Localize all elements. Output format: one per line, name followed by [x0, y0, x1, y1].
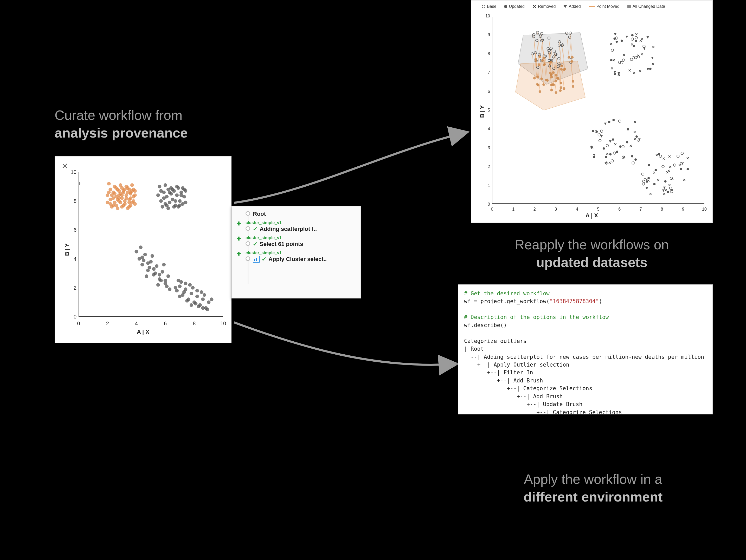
svg-text:✕: ✕	[633, 120, 636, 124]
svg-text:✕: ✕	[637, 139, 640, 143]
svg-point-20	[107, 182, 111, 186]
label-curate: Curate workflow from analysis provenance	[55, 107, 188, 142]
svg-point-147	[188, 283, 192, 287]
svg-point-269	[539, 55, 541, 58]
plot-area[interactable]	[79, 172, 223, 317]
svg-point-386	[605, 156, 607, 158]
expand-icon[interactable]: ✚	[237, 220, 241, 227]
svg-text:✕: ✕	[649, 192, 652, 196]
svg-text:✕: ✕	[633, 44, 636, 48]
provenance-node[interactable]: ✚ cluster_simple_v1 ✔Select 61 points	[232, 234, 361, 249]
svg-point-346	[627, 128, 629, 130]
svg-point-90	[184, 201, 187, 204]
svg-point-98	[174, 199, 177, 203]
plot-area[interactable]: ✕✕✕✕✕✕✕✕✕✕✕✕✕✕✕✕✕✕✕✕✕✕✕✕✕✕✕✕✕✕✕✕✕✕✕✕✕✕✕✕…	[492, 16, 705, 204]
prov-tag: cluster_simple_v1	[246, 220, 357, 225]
svg-point-274	[535, 58, 537, 60]
close-icon[interactable]: ✕	[61, 161, 68, 171]
legend-removed[interactable]: ✕Removed	[533, 4, 555, 9]
svg-point-365	[613, 152, 616, 154]
provenance-node[interactable]: ✚ cluster_simple_v1 ✔Apply Cluster selec…	[232, 249, 361, 264]
svg-text:✕: ✕	[668, 183, 671, 187]
svg-point-55	[129, 204, 133, 207]
svg-point-391	[687, 168, 689, 170]
svg-text:✕: ✕	[610, 66, 613, 70]
prov-tag: cluster_simple_v1	[246, 250, 357, 255]
svg-marker-378	[600, 135, 603, 138]
provenance-node[interactable]: ✚ cluster_simple_v1 ✔Adding scatterplot …	[232, 219, 361, 234]
svg-point-385	[603, 147, 605, 150]
svg-point-343	[611, 159, 613, 162]
svg-point-425	[642, 180, 645, 183]
code-output: Categorize outliers | Root +--| Adding s…	[464, 338, 704, 414]
svg-point-157	[210, 297, 213, 301]
svg-point-380	[608, 121, 610, 123]
svg-point-295	[540, 78, 543, 80]
svg-point-60	[109, 202, 112, 206]
legend-all-changed[interactable]: All Changed Data	[627, 4, 665, 9]
svg-point-276	[551, 84, 554, 86]
svg-point-92	[165, 204, 169, 207]
svg-marker-340	[647, 36, 649, 39]
svg-text:✕: ✕	[662, 156, 665, 161]
svg-point-358	[600, 130, 603, 132]
svg-point-311	[635, 39, 637, 42]
svg-point-150	[205, 307, 209, 311]
code-line: wf = project.get_workflow("1638475878304…	[464, 298, 602, 304]
legend-updated[interactable]: Updated	[504, 4, 525, 9]
svg-point-368	[592, 130, 594, 132]
legend-base[interactable]: Base	[482, 4, 496, 9]
svg-text:✕: ✕	[623, 155, 626, 159]
svg-point-253	[552, 71, 554, 74]
svg-point-54	[123, 188, 127, 191]
svg-text:✕: ✕	[617, 73, 620, 77]
svg-point-74	[175, 194, 179, 197]
svg-text:✕: ✕	[669, 165, 672, 169]
svg-point-350	[612, 119, 615, 121]
svg-point-76	[178, 199, 181, 203]
svg-point-36	[117, 189, 121, 193]
svg-point-266	[572, 85, 574, 88]
svg-point-158	[79, 182, 80, 186]
svg-point-112	[145, 274, 148, 278]
svg-text:✕: ✕	[663, 192, 666, 196]
text: Apply the workflow in a	[524, 472, 662, 487]
scatter-svg	[79, 172, 223, 317]
svg-point-101	[140, 263, 144, 266]
code-line: wf.describe()	[464, 322, 507, 328]
svg-point-33	[126, 206, 130, 210]
svg-point-387	[635, 136, 638, 138]
svg-marker-398	[645, 187, 648, 189]
svg-point-369	[612, 138, 614, 141]
prov-root[interactable]: Root	[253, 211, 266, 217]
svg-point-399	[659, 155, 662, 157]
code-comment: # Description of the options in the work…	[464, 314, 609, 320]
svg-point-133	[190, 292, 193, 295]
svg-point-410	[664, 180, 667, 182]
legend-added[interactable]: Added	[564, 4, 580, 9]
expand-icon[interactable]: ✚	[237, 250, 241, 257]
svg-point-261	[560, 86, 562, 89]
legend-point-moved[interactable]: Point Moved	[589, 4, 620, 9]
svg-marker-317	[647, 68, 649, 70]
svg-point-293	[555, 91, 557, 94]
svg-point-326	[622, 59, 625, 61]
x-axis-label: A | X	[137, 329, 149, 335]
svg-point-137	[201, 297, 205, 301]
svg-text:✕: ✕	[608, 161, 611, 165]
svg-text:✕: ✕	[681, 161, 684, 165]
svg-point-265	[536, 76, 539, 78]
svg-point-400	[677, 155, 680, 157]
expand-icon[interactable]: ✚	[237, 236, 241, 242]
svg-point-357	[598, 134, 600, 136]
svg-point-156	[174, 286, 177, 290]
svg-point-275	[541, 59, 544, 62]
svg-point-61	[129, 196, 133, 200]
source-scatter-panel: ✕ B | Y A | X 02468100246810	[55, 156, 231, 343]
y-axis-label: B | Y	[64, 243, 70, 256]
svg-point-259	[559, 89, 562, 92]
svg-point-111	[139, 245, 143, 249]
svg-point-288	[563, 87, 565, 90]
svg-text:✕: ✕	[629, 144, 632, 148]
scatter-svg: ✕✕✕✕✕✕✕✕✕✕✕✕✕✕✕✕✕✕✕✕✕✕✕✕✕✕✕✕✕✕✕✕✕✕✕✕✕✕✕✕…	[492, 16, 705, 204]
